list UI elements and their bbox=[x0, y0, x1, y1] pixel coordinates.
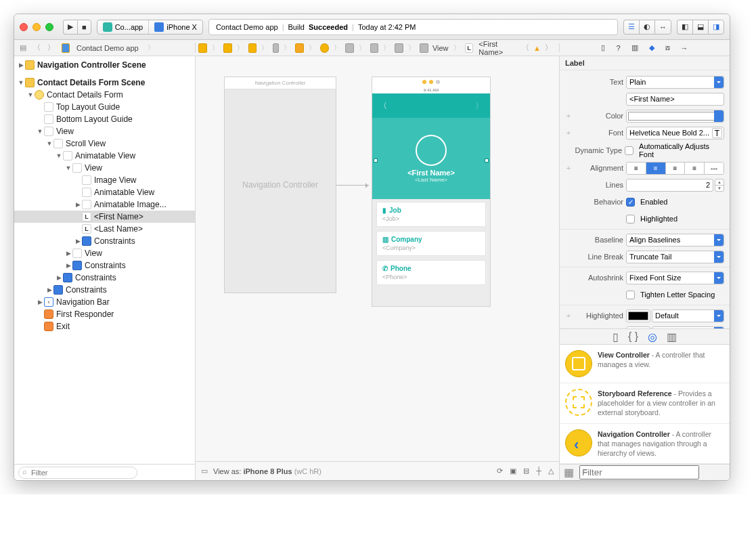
run-button[interactable]: ▶ bbox=[63, 20, 77, 35]
add-attribute-button[interactable]: + bbox=[565, 129, 572, 137]
vc-icon[interactable] bbox=[320, 43, 329, 53]
align-right-button[interactable]: ≡ bbox=[666, 163, 686, 174]
outline-vc[interactable]: Contact Details Form bbox=[47, 90, 123, 100]
scene-nav-controller[interactable]: Navigation Controller Scene bbox=[37, 60, 146, 70]
stop-button[interactable]: ■ bbox=[77, 20, 91, 35]
outline-animview2[interactable]: Animatable View bbox=[94, 188, 154, 197]
outline-animimage[interactable]: Animatable Image... bbox=[94, 200, 166, 209]
minimize-window-button[interactable] bbox=[32, 23, 41, 31]
highlighted-checkbox[interactable] bbox=[626, 215, 635, 223]
view-icon[interactable] bbox=[395, 43, 403, 53]
last-name-label[interactable]: <Last Name> bbox=[415, 177, 447, 183]
align-natural-button[interactable]: --- bbox=[705, 163, 724, 174]
close-window-button[interactable] bbox=[20, 23, 28, 31]
font-picker-button[interactable]: T bbox=[712, 128, 722, 138]
forward-chevron-icon[interactable]: 〉 bbox=[475, 100, 483, 112]
library-item-storyboard-ref[interactable]: Storyboard Reference - Provides a placeh… bbox=[560, 383, 730, 424]
align-left-button[interactable]: ≡ bbox=[627, 163, 646, 174]
add-attribute-button[interactable]: + bbox=[565, 312, 572, 320]
outline-firstresponder[interactable]: First Responder bbox=[56, 309, 114, 319]
prev-issue-button[interactable]: 〈 bbox=[522, 43, 529, 53]
outline-animview[interactable]: Animatable View bbox=[75, 151, 135, 160]
grid-view-button[interactable]: ▦ bbox=[564, 466, 574, 479]
canvas[interactable]: Navigation Controller Navigation Control… bbox=[196, 56, 559, 461]
outline-exit[interactable]: Exit bbox=[56, 322, 70, 331]
embed-in-button[interactable]: ▣ bbox=[510, 467, 516, 475]
crumb-project[interactable]: Contact Demo app bbox=[76, 44, 139, 52]
selection-handle-icon[interactable] bbox=[374, 158, 378, 163]
tighten-checkbox[interactable] bbox=[626, 291, 635, 299]
identity-inspector-tab[interactable]: ▥ bbox=[631, 43, 638, 52]
linebreak-dropdown[interactable]: Truncate Tail bbox=[626, 251, 724, 263]
view-icon[interactable] bbox=[345, 43, 354, 53]
add-attribute-button[interactable]: + bbox=[565, 112, 572, 120]
align-justify-button[interactable]: ≡ bbox=[685, 163, 705, 174]
forward-button[interactable]: 〉 bbox=[47, 43, 55, 53]
lines-field[interactable]: 2 bbox=[626, 179, 713, 192]
outline-view3[interactable]: View bbox=[85, 249, 102, 258]
connections-inspector-tab[interactable]: → bbox=[681, 44, 688, 52]
outline-firstname[interactable]: <First Name> bbox=[94, 212, 143, 221]
warning-icon[interactable]: ▲ bbox=[533, 44, 541, 52]
segue-arrow[interactable] bbox=[336, 185, 369, 186]
outline-constraints2[interactable]: Constraints bbox=[85, 261, 126, 270]
editor-version-button[interactable]: ↔ bbox=[654, 20, 671, 35]
view-as-button[interactable]: View as: iPhone 8 Plus (wC hR) bbox=[213, 467, 321, 475]
highlighted-color-well[interactable] bbox=[626, 309, 650, 322]
media-library-tab[interactable]: ▥ bbox=[667, 330, 677, 343]
next-issue-button[interactable]: 〉 bbox=[545, 43, 552, 53]
text-value-field[interactable]: <First Name> bbox=[626, 93, 724, 106]
outline-constraints4[interactable]: Constraints bbox=[66, 285, 107, 295]
view-icon[interactable] bbox=[420, 43, 428, 53]
pin-button[interactable]: ┼ bbox=[536, 467, 541, 475]
scene-contact-form[interactable]: Contact Details Form Scene bbox=[37, 78, 145, 87]
outline-imageview[interactable]: Image View bbox=[94, 175, 136, 185]
text-color-well[interactable] bbox=[626, 110, 724, 123]
autoshrink-dropdown[interactable]: Fixed Font Size bbox=[626, 272, 724, 284]
outline-topguide[interactable]: Top Layout Guide bbox=[56, 102, 120, 112]
attributes-inspector-tab[interactable]: ◆ bbox=[649, 43, 654, 52]
scheme-selector[interactable]: Co...app iPhone X bbox=[97, 20, 203, 35]
folder-icon[interactable] bbox=[248, 43, 257, 53]
library-item-nav-controller[interactable]: ‹ Navigation Controller - A controller t… bbox=[560, 424, 730, 464]
highlighted-dropdown[interactable]: Default bbox=[652, 309, 724, 322]
dynamic-type-checkbox[interactable] bbox=[625, 146, 633, 155]
related-items-icon[interactable]: ▤ bbox=[20, 43, 26, 52]
back-button[interactable]: 〈 bbox=[33, 43, 41, 53]
toggle-debug-button[interactable]: ⬓ bbox=[692, 20, 708, 35]
code-snippet-library-tab[interactable]: { } bbox=[628, 330, 638, 343]
card-company[interactable]: ▥Company <Company> bbox=[376, 231, 486, 256]
back-chevron-icon[interactable]: 〈 bbox=[379, 100, 387, 112]
library-item-view-controller[interactable]: View Controller - A controller that mana… bbox=[560, 345, 730, 383]
add-attribute-button[interactable]: + bbox=[565, 164, 572, 172]
crumb-selected[interactable]: <First Name> bbox=[479, 40, 519, 56]
zoom-window-button[interactable] bbox=[45, 23, 53, 31]
folder-icon[interactable] bbox=[198, 43, 207, 53]
scene-navigation-controller[interactable]: Navigation Controller Navigation Control… bbox=[224, 77, 336, 293]
outline-filter-input[interactable] bbox=[18, 467, 137, 479]
card-phone[interactable]: ✆Phone <Phone> bbox=[376, 260, 486, 285]
scene-icon[interactable] bbox=[295, 43, 304, 53]
text-type-dropdown[interactable]: Plain bbox=[626, 76, 724, 89]
file-inspector-tab[interactable]: ▯ bbox=[601, 43, 605, 52]
outline-scroll[interactable]: Scroll View bbox=[66, 139, 106, 148]
card-job[interactable]: ▮Job <Job> bbox=[376, 202, 486, 227]
font-field[interactable]: Helvetica Neue Bold 2...T bbox=[626, 127, 724, 140]
outline-view2[interactable]: View bbox=[85, 163, 102, 173]
editor-standard-button[interactable]: ☰ bbox=[623, 20, 639, 35]
shadow-dropdown[interactable]: Default bbox=[652, 326, 724, 329]
toggle-navigator-button[interactable]: ◧ bbox=[677, 20, 692, 35]
resolve-issues-button[interactable]: △ bbox=[548, 467, 554, 475]
baseline-dropdown[interactable]: Align Baselines bbox=[626, 234, 724, 247]
library-filter-input[interactable] bbox=[579, 465, 699, 479]
alignment-segmented[interactable]: ≡ ≡ ≡ ≡ --- bbox=[626, 162, 724, 175]
editor-assistant-button[interactable]: ◐ bbox=[639, 20, 654, 35]
storyboard-icon[interactable] bbox=[273, 43, 279, 53]
scene-contact-details[interactable]: 9:41 AM 〈 〉 <First Name> <Last Name> bbox=[372, 77, 491, 307]
selection-handle-icon[interactable] bbox=[485, 158, 489, 163]
update-frames-button[interactable]: ⟳ bbox=[497, 467, 503, 475]
outline-lastname[interactable]: <Last Name> bbox=[94, 224, 143, 234]
view-icon[interactable] bbox=[370, 43, 379, 53]
quickhelp-inspector-tab[interactable]: ? bbox=[616, 44, 620, 52]
crumb-view[interactable]: View bbox=[432, 44, 449, 52]
